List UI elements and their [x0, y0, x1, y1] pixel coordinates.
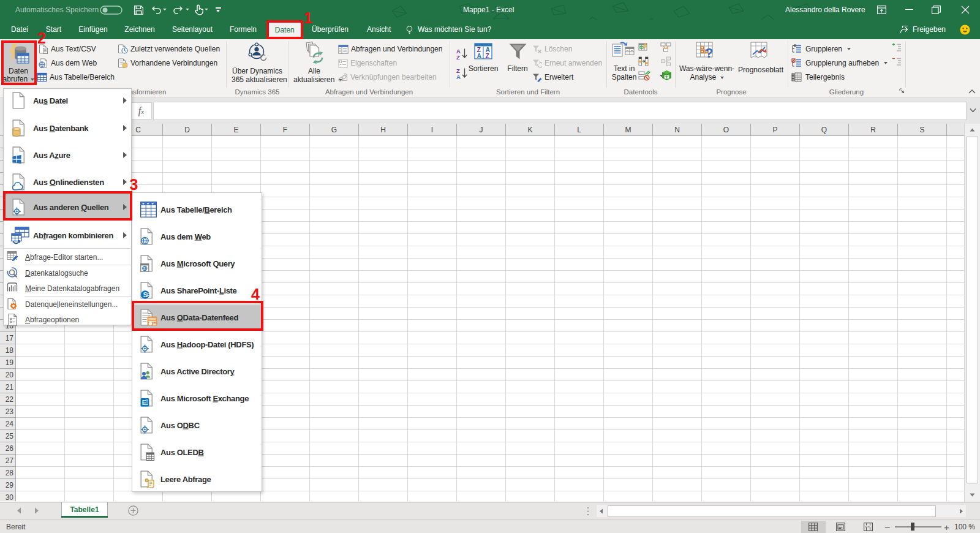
svg-text:Z: Z — [456, 54, 460, 60]
svg-text:S: S — [143, 291, 148, 298]
svg-text:E: E — [142, 399, 146, 406]
svg-text:A: A — [477, 52, 482, 59]
svg-text:A: A — [456, 74, 461, 80]
svg-text:?: ? — [705, 45, 713, 61]
svg-text:Z: Z — [486, 52, 490, 59]
